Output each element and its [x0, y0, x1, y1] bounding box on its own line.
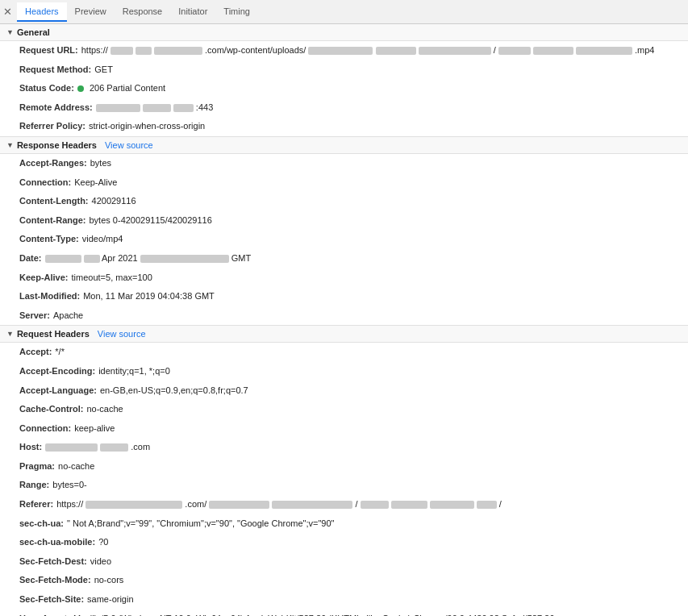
resp-content-type: Content-Type: video/mp4	[0, 230, 688, 249]
req-pragma: Pragma: no-cache	[0, 457, 688, 477]
resp-last-modified: Last-Modified: Mon, 11 Mar 2019 04:04:38…	[0, 287, 688, 306]
req-referer: Referer: https:// .com/ / /	[0, 495, 688, 514]
request-collapse-triangle[interactable]: ▼	[6, 330, 14, 338]
tab-initiator[interactable]: Initiator	[170, 2, 215, 22]
status-dot-green	[77, 85, 84, 92]
close-button[interactable]: ✕	[3, 6, 12, 18]
req-user-agent: User-Agent: Mozilla/5.0 (Windows NT 10.0…	[0, 610, 688, 616]
tab-headers[interactable]: Headers	[17, 2, 67, 22]
response-headers-view-source[interactable]: View source	[105, 140, 153, 150]
req-cache-control: Cache-Control: no-cache	[0, 400, 688, 419]
resp-connection: Connection: Keep-Alive	[0, 173, 688, 193]
req-sec-ch-ua: sec-ch-ua: " Not A;Brand";v="99", "Chrom…	[0, 514, 688, 534]
req-connection: Connection: keep-alive	[0, 419, 688, 439]
request-headers-title: ▼ Request Headers	[6, 329, 90, 339]
tab-response[interactable]: Response	[115, 2, 171, 22]
general-section-header: ▼ General	[0, 24, 688, 41]
general-section: ▼ General Request URL: https:// .com/wp-…	[0, 24, 688, 137]
req-accept: Accept: */*	[0, 343, 688, 362]
collapse-triangle[interactable]: ▼	[6, 28, 14, 36]
resp-date: Date: Apr 2021 GMT	[0, 249, 688, 268]
req-sec-fetch-dest: Sec-Fetch-Dest: video	[0, 552, 688, 572]
general-remote-address: Remote Address: :443	[0, 98, 688, 118]
request-headers-section-header: ▼ Request Headers View source	[0, 326, 688, 343]
resp-content-range: Content-Range: bytes 0-420029115/4200291…	[0, 211, 688, 231]
req-sec-ch-ua-mobile: sec-ch-ua-mobile: ?0	[0, 533, 688, 552]
resp-server: Server: Apache	[0, 306, 688, 326]
response-collapse-triangle[interactable]: ▼	[6, 141, 14, 149]
response-headers-title: ▼ Response Headers	[6, 140, 97, 150]
response-headers-section-header: ▼ Response Headers View source	[0, 137, 688, 154]
req-host: Host: .com	[0, 438, 688, 457]
tab-preview[interactable]: Preview	[67, 2, 115, 22]
general-request-method: Request Method: GET	[0, 60, 688, 80]
tab-bar: ✕ Headers Preview Response Initiator Tim…	[0, 0, 688, 24]
req-sec-fetch-site: Sec-Fetch-Site: same-origin	[0, 590, 688, 610]
req-range: Range: bytes=0-	[0, 476, 688, 495]
req-accept-language: Accept-Language: en-GB,en-US;q=0.9,en;q=…	[0, 381, 688, 401]
req-sec-fetch-mode: Sec-Fetch-Mode: no-cors	[0, 571, 688, 590]
general-referrer-policy: Referrer Policy: strict-origin-when-cros…	[0, 117, 688, 136]
req-accept-encoding: Accept-Encoding: identity;q=1, *;q=0	[0, 362, 688, 381]
request-headers-view-source[interactable]: View source	[98, 329, 146, 339]
request-headers-section: ▼ Request Headers View source Accept: */…	[0, 326, 688, 616]
tab-timing[interactable]: Timing	[215, 2, 258, 22]
resp-accept-ranges: Accept-Ranges: bytes	[0, 154, 688, 173]
response-headers-section: ▼ Response Headers View source Accept-Ra…	[0, 137, 688, 326]
resp-keep-alive: Keep-Alive: timeout=5, max=100	[0, 268, 688, 288]
general-status-code: Status Code: 206 Partial Content	[0, 79, 688, 98]
general-title: ▼ General	[6, 27, 50, 37]
resp-content-length: Content-Length: 420029116	[0, 192, 688, 211]
general-request-url: Request URL: https:// .com/wp-content/up…	[0, 41, 688, 60]
